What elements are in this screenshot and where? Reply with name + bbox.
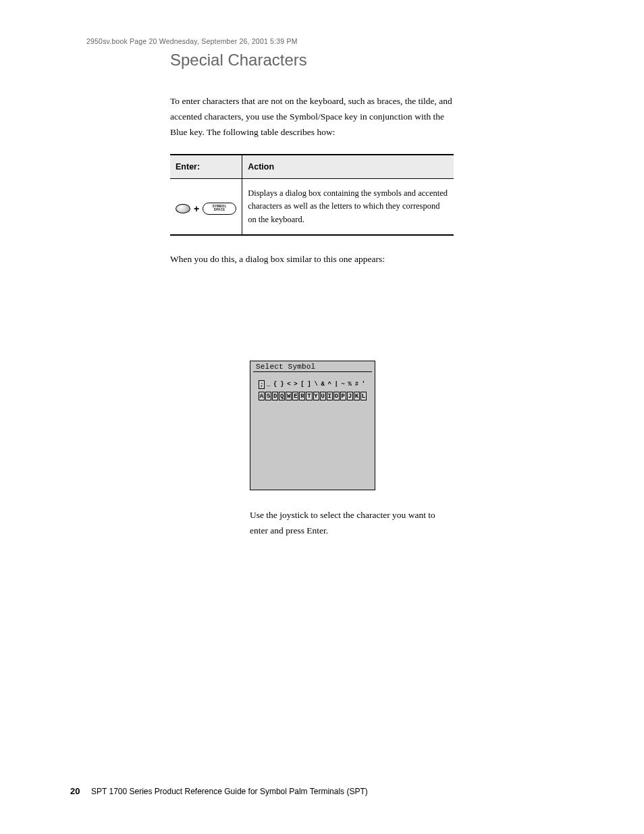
special-chars-table: Enter: Action + SYMBOL SPACE Displays a … <box>170 154 454 236</box>
table-cell-keys: + SYMBOL SPACE <box>170 178 242 235</box>
symbol-key: S <box>265 392 271 400</box>
plus-icon: + <box>194 202 199 217</box>
symbol-char: [ <box>299 380 305 389</box>
table-header-action: Action <box>242 155 454 179</box>
symbol-key: P <box>340 392 346 400</box>
page-title: Special Characters <box>170 51 454 70</box>
symbol-space-key-icon: SYMBOL SPACE <box>203 203 236 215</box>
symbol-key: L <box>360 392 367 400</box>
symbol-row-2: ASDQWERTYUIOPJKL <box>259 392 367 400</box>
symbol-char: ~ <box>340 380 346 389</box>
symbol-key: A <box>259 392 265 400</box>
symbol-char: _ <box>265 380 271 389</box>
symbol-key: E <box>292 392 298 400</box>
symbol-char: # <box>354 380 360 389</box>
select-symbol-dialog: Select Symbol ;_{}<>[]\&^|~%#' ASDQWERTY… <box>250 361 375 490</box>
symbol-char: \ <box>313 380 319 389</box>
footer-title: SPT 1700 Series Product Reference Guide … <box>91 787 368 796</box>
symbol-key: J <box>347 392 353 400</box>
symbol-key: W <box>286 392 292 400</box>
after-table-paragraph: When you do this, a dialog box similar t… <box>170 252 454 267</box>
symbol-note: Use the joystick to select the character… <box>250 508 452 539</box>
table-cell-action: Displays a dialog box containing the sym… <box>242 178 454 235</box>
blue-key-icon <box>176 204 190 214</box>
symbol-key: Q <box>279 392 285 400</box>
running-header-line1: 2950sv.book Page 20 Wednesday, September… <box>86 37 298 45</box>
symbol-char: } <box>279 380 285 389</box>
symbol-char: % <box>347 380 353 389</box>
symbol-key: I <box>327 392 333 400</box>
symbol-key: R <box>299 392 305 400</box>
symbol-char: ] <box>306 380 313 389</box>
symbol-key: O <box>333 392 340 400</box>
symbol-char: ^ <box>327 380 333 389</box>
symbol-key: ; <box>259 380 265 389</box>
symbol-char: ' <box>360 380 367 389</box>
symbol-char: < <box>286 380 292 389</box>
select-symbol-title: Select Symbol <box>253 361 372 372</box>
symbol-key: Y <box>313 392 319 400</box>
symbol-char: > <box>292 380 298 389</box>
symbol-key: T <box>306 392 312 400</box>
intro-paragraph: To enter characters that are not on the … <box>170 94 454 140</box>
symbol-char: & <box>320 380 326 389</box>
symbol-key: U <box>320 392 326 400</box>
page-number: 20 <box>70 786 80 796</box>
table-header-enter: Enter: <box>170 155 242 179</box>
symbol-row-1: ;_{}<>[]\&^|~%#' <box>259 380 367 389</box>
symbol-key: K <box>354 392 360 400</box>
symbol-char: { <box>272 380 278 389</box>
symbol-char: | <box>333 380 340 389</box>
symbol-key: D <box>272 392 278 400</box>
table-row: + SYMBOL SPACE Displays a dialog box con… <box>170 178 454 235</box>
